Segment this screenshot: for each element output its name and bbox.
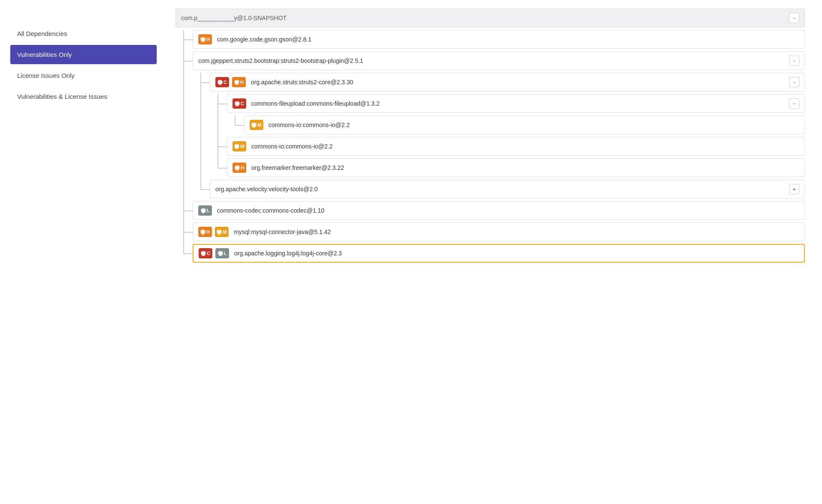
badges-group: H xyxy=(232,163,248,173)
tree-node: Horg.freemarker:freemarker@2.3.22 xyxy=(227,158,805,177)
badge-critical: C xyxy=(215,77,229,87)
badge-medium: M xyxy=(250,120,263,130)
badge-license: L xyxy=(215,248,229,258)
child-wrapper: H Mmysql:mysql-connector-java@5.1.42 xyxy=(193,222,805,241)
badges-group: C H xyxy=(215,77,247,87)
child-wrapper: org.apache.velocity:velocity-tools@2.0+ xyxy=(210,180,805,199)
tree-node: com.p___________y@1.0-SNAPSHOT- Hcom.goo… xyxy=(176,9,805,263)
node-row: Hcom.google.code.gson:gson@2.8.1 xyxy=(193,30,805,49)
badge-critical: C xyxy=(232,98,246,109)
tree-node: C Horg.apache.struts:struts2-core@2.3.30… xyxy=(210,73,805,177)
node-label: mysql:mysql-connector-java@5.1.42 xyxy=(234,228,799,235)
child-wrapper: Mcommons-io:commons-io@2.2 xyxy=(244,116,805,134)
badges-group: H M xyxy=(198,227,230,237)
sidebar-item-license-issues-only[interactable]: License Issues Only xyxy=(10,66,157,85)
node-row: Mcommons-io:commons-io@2.2 xyxy=(227,137,805,156)
main-content: com.p___________y@1.0-SNAPSHOT- Hcom.goo… xyxy=(167,0,822,504)
children-container: Hcom.google.code.gson:gson@2.8.1com.jgep… xyxy=(176,30,805,263)
sidebar: All DependenciesVulnerabilities OnlyLice… xyxy=(0,0,167,504)
children-container: C Horg.apache.struts:struts2-core@2.3.30… xyxy=(193,73,805,199)
child-wrapper: Ccommons-fileupload:commons-fileupload@1… xyxy=(227,94,805,134)
node-label: commons-io:commons-io@2.2 xyxy=(251,143,799,150)
tree-node: Lcommons-codec:commons-codec@1.10 xyxy=(193,201,805,220)
sidebar-item-vulnerabilities-and-license[interactable]: Vulnerabilities & License Issues xyxy=(10,87,157,106)
node-label: com.google.code.gson:gson@2.8.1 xyxy=(217,36,799,43)
badge-high: H xyxy=(198,227,212,237)
child-wrapper: C Lorg.apache.logging.log4j:log4j-core@2… xyxy=(193,244,805,263)
collapse-button[interactable]: - xyxy=(789,77,799,87)
node-row: C Lorg.apache.logging.log4j:log4j-core@2… xyxy=(193,244,805,263)
node-label: com.jgeppert.struts2.bootstrap:struts2-b… xyxy=(198,57,786,64)
child-wrapper: com.jgeppert.struts2.bootstrap:struts2-b… xyxy=(193,51,805,199)
collapse-button[interactable]: - xyxy=(789,13,799,23)
tree-node: Ccommons-fileupload:commons-fileupload@1… xyxy=(227,94,805,134)
node-row: C Horg.apache.struts:struts2-core@2.3.30… xyxy=(210,73,805,92)
node-label: org.apache.velocity:velocity-tools@2.0 xyxy=(215,186,786,193)
badges-group: C L xyxy=(199,248,231,258)
badge-high: H xyxy=(198,34,212,44)
badges-group: H xyxy=(198,34,214,44)
badges-group: M xyxy=(250,120,265,130)
node-label: org.freemarker:freemarker@2.3.22 xyxy=(251,164,799,171)
badge-high: H xyxy=(232,77,246,87)
node-row: Mcommons-io:commons-io@2.2 xyxy=(244,116,805,134)
badge-license: L xyxy=(198,205,212,216)
node-row: Horg.freemarker:freemarker@2.3.22 xyxy=(227,158,805,177)
sidebar-item-vulnerabilities-only[interactable]: Vulnerabilities Only xyxy=(10,45,157,64)
node-label: org.apache.logging.log4j:log4j-core@2.3 xyxy=(234,250,799,257)
node-row: org.apache.velocity:velocity-tools@2.0+ xyxy=(210,180,805,199)
badge-critical: C xyxy=(199,248,212,258)
node-row: Lcommons-codec:commons-codec@1.10 xyxy=(193,201,805,220)
children-container: Ccommons-fileupload:commons-fileupload@1… xyxy=(210,94,805,177)
badges-group: C xyxy=(232,98,248,109)
node-label: org.apache.struts:struts2-core@2.3.30 xyxy=(251,79,786,86)
node-row: Ccommons-fileupload:commons-fileupload@1… xyxy=(227,94,805,113)
child-wrapper: Mcommons-io:commons-io@2.2 xyxy=(227,137,805,156)
child-wrapper: C Horg.apache.struts:struts2-core@2.3.30… xyxy=(210,73,805,177)
tree-node: org.apache.velocity:velocity-tools@2.0+ xyxy=(210,180,805,199)
child-wrapper: Lcommons-codec:commons-codec@1.10 xyxy=(193,201,805,220)
expand-button[interactable]: + xyxy=(789,184,799,194)
tree-node: com.jgeppert.struts2.bootstrap:struts2-b… xyxy=(193,51,805,199)
node-label: commons-fileupload:commons-fileupload@1.… xyxy=(251,100,786,107)
badge-medium: M xyxy=(232,141,246,151)
tree-node: Mcommons-io:commons-io@2.2 xyxy=(227,137,805,156)
children-container: Mcommons-io:commons-io@2.2 xyxy=(227,116,805,134)
node-row: com.p___________y@1.0-SNAPSHOT- xyxy=(176,9,805,27)
collapse-button[interactable]: - xyxy=(789,56,799,66)
tree-node: Mcommons-io:commons-io@2.2 xyxy=(244,116,805,134)
badge-high: H xyxy=(232,163,246,173)
node-label: com.p___________y@1.0-SNAPSHOT xyxy=(181,15,786,21)
dependency-tree: com.p___________y@1.0-SNAPSHOT- Hcom.goo… xyxy=(176,9,805,263)
node-label: commons-codec:commons-codec@1.10 xyxy=(217,207,799,214)
tree-node: C Lorg.apache.logging.log4j:log4j-core@2… xyxy=(193,244,805,263)
node-row: com.jgeppert.struts2.bootstrap:struts2-b… xyxy=(193,51,805,70)
node-label: commons-io:commons-io@2.2 xyxy=(268,122,799,128)
node-row: H Mmysql:mysql-connector-java@5.1.42 xyxy=(193,222,805,241)
badge-medium: M xyxy=(215,227,229,237)
collapse-button[interactable]: - xyxy=(789,98,799,109)
tree-node: Hcom.google.code.gson:gson@2.8.1 xyxy=(193,30,805,49)
sidebar-item-all-dependencies[interactable]: All Dependencies xyxy=(10,24,157,43)
tree-node: H Mmysql:mysql-connector-java@5.1.42 xyxy=(193,222,805,241)
badges-group: M xyxy=(232,141,248,151)
badges-group: L xyxy=(198,205,214,216)
child-wrapper: Hcom.google.code.gson:gson@2.8.1 xyxy=(193,30,805,49)
child-wrapper: Horg.freemarker:freemarker@2.3.22 xyxy=(227,158,805,177)
